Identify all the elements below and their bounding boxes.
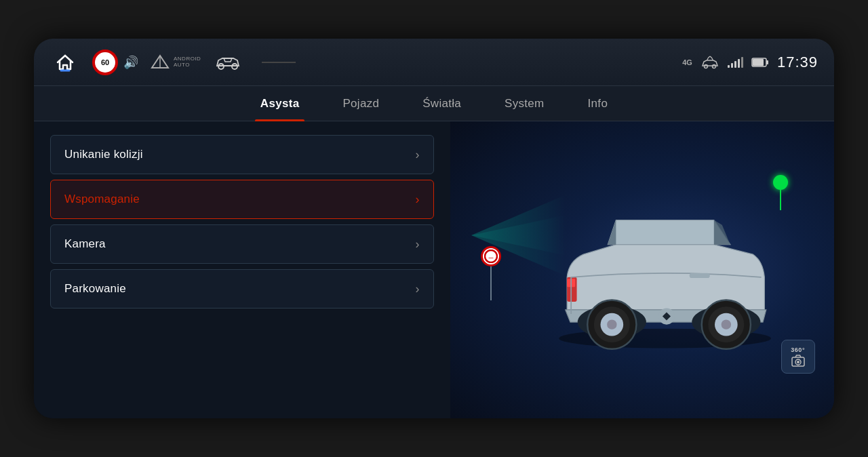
car-image [534, 157, 795, 389]
top-bar: 60 🔊 ANDROID AUTO [34, 39, 834, 86]
svg-point-25 [722, 319, 731, 329]
road-speed-circle: — [481, 246, 501, 266]
main-content: Unikanie kolizji › Wspomaganie › Kamera … [34, 121, 834, 418]
camera-icon [790, 355, 806, 367]
menu-item-unikanie[interactable]: Unikanie kolizji › [50, 135, 434, 174]
navigation-tabs: Asysta Pojazd Światła System Info [34, 86, 834, 121]
svg-point-7 [712, 64, 715, 68]
android-auto-label: ANDROID AUTO [174, 56, 201, 68]
road-post [490, 266, 492, 300]
tab-pojazd[interactable]: Pojazd [321, 86, 401, 121]
gps-pin [773, 175, 788, 210]
main-display: 60 🔊 ANDROID AUTO [34, 39, 834, 418]
svg-rect-9 [766, 60, 768, 64]
car-connected-icon [701, 55, 719, 70]
tab-swiatla[interactable]: Światła [401, 86, 483, 121]
battery-indicator [751, 58, 769, 67]
svg-point-4 [218, 64, 224, 69]
chevron-icon: › [416, 148, 420, 162]
camera-360-button[interactable]: 360° [781, 340, 815, 374]
svg-text:—: — [488, 255, 493, 260]
tab-info[interactable]: Info [566, 86, 630, 121]
signal-strength [728, 57, 743, 68]
menu-item-parkowanie[interactable]: Parkowanie › [50, 269, 434, 309]
svg-point-5 [232, 64, 237, 69]
svg-rect-10 [753, 59, 764, 66]
chevron-icon: › [416, 193, 420, 207]
left-menu-panel: Unikanie kolizji › Wspomaganie › Kamera … [34, 121, 450, 418]
tab-system[interactable]: System [483, 86, 566, 121]
chevron-icon: › [416, 237, 420, 252]
svg-point-30 [797, 361, 800, 363]
speed-limit-indicator: 60 🔊 [92, 49, 138, 75]
tab-asysta[interactable]: Asysta [239, 86, 321, 121]
car-visualization-panel: — [450, 121, 834, 418]
gps-line [780, 190, 781, 210]
road-speed-marker: — [481, 246, 501, 300]
camera-360-label: 360° [791, 346, 805, 353]
svg-point-21 [607, 319, 616, 329]
lte-indicator: 4G [682, 58, 692, 66]
home-button[interactable] [50, 47, 80, 77]
top-right-status: 4G [682, 54, 818, 71]
gps-circle [773, 175, 788, 190]
android-auto-button[interactable]: ANDROID AUTO [151, 53, 201, 72]
vehicle-icon[interactable] [213, 50, 243, 75]
top-left-controls: 60 🔊 ANDROID AUTO [50, 47, 302, 77]
clock-display: 17:39 [777, 54, 818, 71]
sound-icon: 🔊 [123, 55, 138, 70]
chevron-icon: › [416, 282, 420, 296]
speed-circle: 60 [92, 49, 118, 75]
menu-item-wspomaganie[interactable]: Wspomaganie › [50, 180, 434, 219]
menu-item-kamera[interactable]: Kamera › [50, 224, 434, 264]
svg-rect-26 [690, 273, 710, 277]
car-svg [534, 157, 795, 389]
nav-separator [262, 62, 296, 63]
svg-point-6 [704, 64, 707, 68]
